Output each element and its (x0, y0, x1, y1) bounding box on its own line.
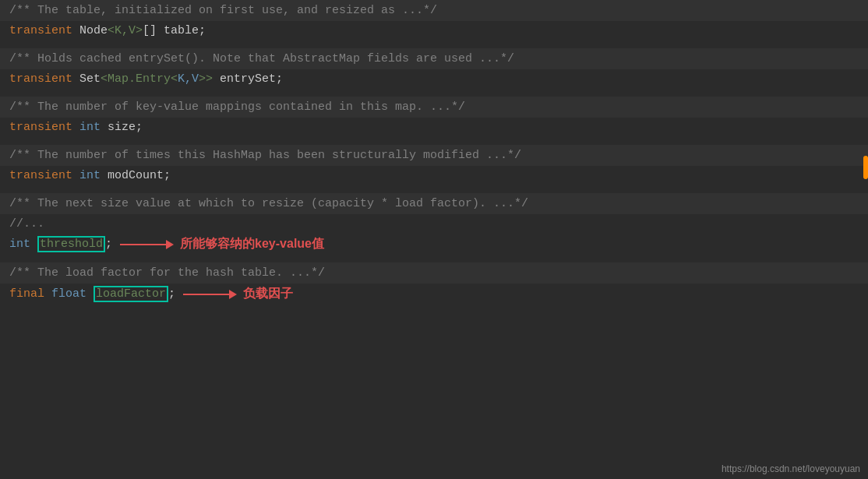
comment-4: /** The number of times this HashMap has… (0, 145, 868, 166)
code-line-2: transient Set<Map.Entry<K,V>> entrySet; (0, 69, 868, 89)
code-line-5b: int threshold; (9, 238, 112, 251)
comment-inline-5: //... (9, 217, 44, 231)
block-6: /** The load factor for the hash table. … (0, 262, 868, 305)
code-line-4: transient int modCount; (0, 166, 868, 185)
scrollbar-indicator[interactable] (863, 156, 868, 179)
loadfactor-annotation-text: 负载因子 (243, 286, 293, 302)
entryset-rest: entrySet; (213, 72, 283, 86)
threshold-semi: ; (105, 238, 112, 251)
divider-5 (0, 256, 868, 262)
generic-kv: <K,V> (108, 24, 143, 37)
comment-2: /** Holds cached entrySet(). Note that A… (0, 48, 868, 69)
type-node: Node (79, 24, 108, 37)
block-5: /** The next size value at which to resi… (0, 193, 868, 255)
space-before-threshold (30, 238, 37, 251)
modcount-rest: modCount; (101, 169, 171, 182)
divider-1 (0, 42, 868, 48)
comment-6: /** The load factor for the hash table. … (0, 262, 868, 284)
loadfactor-highlighted: loadFactor (94, 286, 168, 302)
threshold-annotation-text: 所能够容纳的key-value值 (180, 236, 324, 252)
divider-3 (0, 139, 868, 145)
block-4: /** The number of times this HashMap has… (0, 145, 868, 185)
loadfactor-semi: ; (168, 287, 175, 301)
arrow-line-threshold (120, 244, 167, 245)
comment-1: /** The table, initialized on first use,… (0, 0, 868, 21)
code-line-6: final float loadFactor; (9, 287, 175, 301)
divider-2 (0, 90, 868, 97)
loadfactor-row: final float loadFactor; 负载因子 (0, 284, 868, 305)
type-int-1: int (79, 121, 101, 134)
code-line-1: transient Node<K,V>[] table; (0, 21, 868, 41)
block-1: /** The table, initialized on first use,… (0, 0, 868, 41)
code-rest: [] table; (143, 24, 206, 37)
threshold-row: int threshold; 所能够容纳的key-value值 (0, 234, 868, 255)
type-kv: K,V (178, 72, 199, 86)
block-3: /** The number of key-value mappings con… (0, 97, 868, 137)
keyword-transient-4: transient (9, 169, 79, 182)
space-before-loadfactor (86, 287, 94, 301)
block-2: /** Holds cached entrySet(). Note that A… (0, 48, 868, 89)
generic-entry: <Map.Entry< (101, 72, 178, 86)
size-rest: size; (101, 121, 143, 134)
code-area: /** The table, initialized on first use,… (0, 0, 868, 479)
threshold-highlighted: threshold (37, 236, 105, 252)
arrow-head-loadfactor (229, 290, 237, 299)
threshold-annotation: 所能够容纳的key-value值 (120, 236, 324, 252)
type-set: Set (79, 72, 101, 86)
loadfactor-annotation: 负载因子 (183, 286, 293, 302)
code-line-5a: //... (0, 214, 868, 234)
type-int-threshold: int (9, 238, 30, 251)
divider-4 (0, 187, 868, 193)
type-int-2: int (79, 169, 101, 182)
keyword-final: final (9, 287, 51, 301)
generic-close: >> (199, 72, 213, 86)
arrow-line-loadfactor (183, 294, 230, 295)
watermark: https://blog.csdn.net/loveyouyuan (722, 463, 860, 474)
comment-5: /** The next size value at which to resi… (0, 193, 868, 214)
keyword-transient-3: transient (9, 121, 79, 134)
type-float: float (51, 287, 86, 301)
comment-3: /** The number of key-value mappings con… (0, 97, 868, 118)
arrow-head-threshold (166, 240, 174, 249)
keyword-transient-2: transient (9, 72, 79, 86)
keyword-transient: transient (9, 24, 79, 37)
code-line-3: transient int size; (0, 118, 868, 137)
